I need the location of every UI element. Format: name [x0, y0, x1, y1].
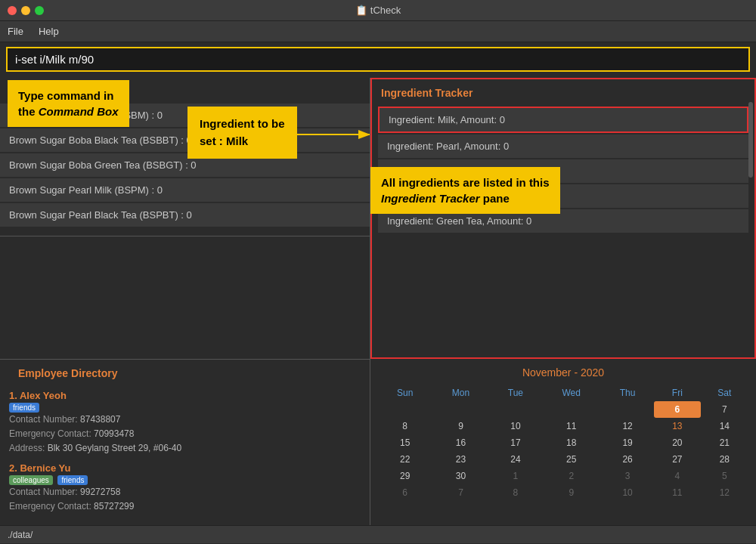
cal-header-wed: Wed	[541, 385, 601, 401]
cal-day-r2-c2[interactable]: 17	[490, 434, 542, 451]
cal-day-r0-c4[interactable]	[601, 401, 654, 418]
cal-day-r1-c0[interactable]: 8	[378, 418, 432, 434]
cal-day-r3-c1[interactable]: 23	[432, 451, 489, 468]
app-icon: 📋	[355, 5, 367, 16]
employee-2: 2. Bernice Yu colleagues friends Contact…	[9, 462, 361, 514]
cal-day-r3-c2[interactable]: 24	[490, 451, 542, 468]
cal-day-r3-c5[interactable]: 27	[654, 451, 701, 468]
cal-day-r5-c0[interactable]: 6	[378, 484, 432, 501]
cal-day-r3-c0[interactable]: 22	[378, 451, 432, 468]
main-content: Sales Tracker Brown Sugar Boba Milk (BSB…	[0, 78, 756, 525]
cal-day-r4-c4[interactable]: 3	[601, 468, 654, 484]
cal-day-r3-c6[interactable]: 28	[701, 451, 748, 468]
cal-day-r1-c5[interactable]: 13	[654, 418, 701, 434]
minimize-button[interactable]	[21, 6, 30, 15]
cal-header-fri: Fri	[654, 385, 701, 401]
calendar-title: November - 2020	[378, 366, 748, 379]
cal-day-r5-c4[interactable]: 10	[601, 484, 654, 501]
cal-day-r0-c3[interactable]	[541, 401, 601, 418]
ingredient-tracker-title: Ingredient Tracker	[372, 87, 754, 105]
cal-day-r0-c0[interactable]	[378, 401, 432, 418]
cal-day-r5-c2[interactable]: 8	[490, 484, 542, 501]
cal-day-r2-c0[interactable]: 15	[378, 434, 432, 451]
tooltip-ingredient-tracker: All ingredients are listed in this Ingre…	[370, 167, 560, 214]
cal-header-sun: Sun	[378, 385, 432, 401]
cal-day-r1-c6[interactable]: 14	[701, 418, 748, 434]
cal-day-r1-c3[interactable]: 11	[541, 418, 601, 434]
cal-day-r2-c1[interactable]: 16	[432, 434, 489, 451]
cal-day-r5-c1[interactable]: 7	[432, 484, 489, 501]
cal-header-tue: Tue	[490, 385, 542, 401]
cal-day-r1-c2[interactable]: 10	[490, 418, 542, 434]
tag-colleagues-2: colleagues	[9, 475, 53, 485]
cal-day-r4-c0[interactable]: 29	[378, 468, 432, 484]
cal-day-r4-c1[interactable]: 30	[432, 468, 489, 484]
cal-day-r4-c3[interactable]: 2	[541, 468, 601, 484]
cal-day-r4-c6[interactable]: 5	[701, 468, 748, 484]
sales-item-bspbt: Brown Sugar Pearl Black Tea (BSPBT) : 0	[0, 203, 370, 227]
calendar-panel: November - 2020 Sun Mon Tue Wed Thu Fri …	[370, 359, 756, 525]
cal-day-r3-c3[interactable]: 25	[541, 451, 601, 468]
cal-day-r2-c4[interactable]: 19	[601, 434, 654, 451]
command-input[interactable]	[6, 47, 750, 72]
cal-day-r0-c5[interactable]: 6	[654, 401, 701, 418]
command-box-container: Type command in the Command Box All ingr…	[0, 42, 756, 78]
close-button[interactable]	[8, 6, 17, 15]
tag-friends-1: friends	[9, 403, 39, 413]
cal-day-r5-c3[interactable]: 9	[541, 484, 601, 501]
right-panel: Ingredient Tracker Ingredient: Milk, Amo…	[370, 78, 756, 525]
employee-directory-title: Employee Directory	[9, 367, 361, 385]
sales-item-bspm: Brown Sugar Pearl Milk (BSPM) : 0	[0, 178, 370, 202]
ingredient-item-milk: Ingredient: Milk, Amount: 0	[378, 107, 748, 133]
calendar-grid: Sun Mon Tue Wed Thu Fri Sat 678910111213…	[378, 385, 748, 501]
app-title: 📋 tCheck	[355, 5, 401, 16]
menu-file[interactable]: File	[8, 26, 23, 37]
cal-day-r2-c5[interactable]: 20	[654, 434, 701, 451]
employee-directory: Employee Directory 1. Alex Yeoh friends …	[0, 359, 370, 525]
status-path: ./data/	[8, 530, 33, 540]
tag-friends-2: friends	[57, 475, 88, 485]
maximize-button[interactable]	[35, 6, 44, 15]
cal-day-r1-c4[interactable]: 12	[601, 418, 654, 434]
sales-item-bsbbt: Brown Sugar Boba Black Tea (BSBBT) : 0	[0, 128, 370, 152]
cal-day-r0-c1[interactable]	[432, 401, 489, 418]
cal-header-thu: Thu	[601, 385, 654, 401]
menu-help[interactable]: Help	[39, 26, 59, 37]
ingredient-item-pearl: Ingredient: Pearl, Amount: 0	[378, 134, 748, 158]
cal-day-r3-c4[interactable]: 26	[601, 451, 654, 468]
status-bar: ./data/	[0, 525, 756, 543]
window-controls	[8, 6, 44, 15]
tooltip-command-box: Type command in the Command Box	[8, 80, 129, 127]
cal-day-r4-c2[interactable]: 1	[490, 468, 542, 484]
cal-day-r2-c3[interactable]: 18	[541, 434, 601, 451]
cal-day-r4-c5[interactable]: 4	[654, 468, 701, 484]
cal-day-r0-c6[interactable]: 7	[701, 401, 748, 418]
ingredient-tracker: Ingredient Tracker Ingredient: Milk, Amo…	[370, 78, 756, 359]
cal-header-sat: Sat	[701, 385, 748, 401]
cal-day-r0-c2[interactable]	[490, 401, 542, 418]
sales-item-bsbgt: Brown Sugar Boba Green Tea (BSBGT) : 0	[0, 153, 370, 177]
cal-header-mon: Mon	[432, 385, 489, 401]
cal-day-r5-c5[interactable]: 11	[654, 484, 701, 501]
tooltip-ingredient-set: Ingredient to be set : Milk	[187, 107, 297, 159]
cal-day-r5-c6[interactable]: 12	[701, 484, 748, 501]
employee-1: 1. Alex Yeoh friends Contact Number: 874…	[9, 390, 361, 456]
cal-day-r1-c1[interactable]: 9	[432, 418, 489, 434]
cal-day-r2-c6[interactable]: 21	[701, 434, 748, 451]
left-panel: Sales Tracker Brown Sugar Boba Milk (BSB…	[0, 78, 370, 525]
title-bar: 📋 tCheck	[0, 0, 756, 21]
menu-bar: File Help	[0, 21, 756, 42]
ingredient-scrollbar[interactable]	[748, 102, 753, 178]
